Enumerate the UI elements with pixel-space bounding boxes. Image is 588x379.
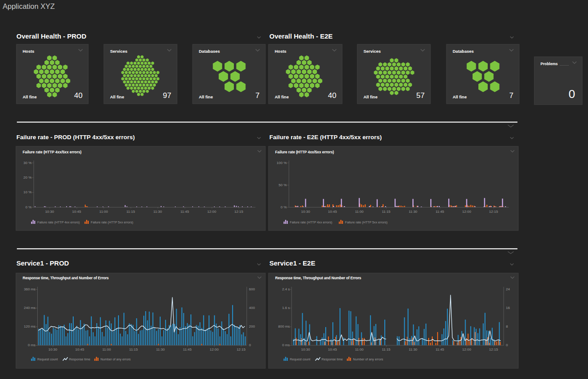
- svg-text:11:30: 11:30: [409, 348, 418, 352]
- svg-text:Response time, Throughput and: Response time, Throughput and Number of …: [275, 276, 361, 280]
- svg-text:0 %: 0 %: [280, 205, 287, 209]
- svg-text:11:15: 11:15: [126, 210, 135, 214]
- svg-text:12:15: 12:15: [237, 348, 246, 352]
- svg-text:100 %: 100 %: [276, 161, 287, 165]
- svg-text:800 ms: 800 ms: [278, 324, 290, 328]
- svg-text:2.4 s: 2.4 s: [282, 287, 290, 291]
- svg-text:10:45: 10:45: [72, 210, 82, 214]
- svg-text:200: 200: [249, 324, 255, 328]
- svg-text:1.6 s: 1.6 s: [282, 306, 290, 310]
- svg-text:11:00: 11:00: [102, 348, 111, 352]
- svg-text:Services: Services: [363, 49, 381, 54]
- svg-text:Service1 - E2E: Service1 - E2E: [269, 259, 315, 267]
- svg-text:Failure rate - PROD (HTTP 4xx/: Failure rate - PROD (HTTP 4xx/5xx errors…: [16, 134, 135, 141]
- svg-text:11:30: 11:30: [156, 348, 165, 352]
- svg-text:0: 0: [506, 343, 508, 347]
- svg-text:10:30: 10:30: [301, 210, 311, 214]
- svg-text:All fine: All fine: [363, 94, 378, 99]
- svg-text:10:30: 10:30: [45, 210, 55, 214]
- svg-text:All fine: All fine: [23, 94, 37, 99]
- svg-text:11:45: 11:45: [435, 348, 444, 352]
- svg-text:Request count: Request count: [37, 357, 58, 361]
- svg-text:All fine: All fine: [453, 94, 467, 99]
- svg-text:Failure rate (HTTP 4xx errors): Failure rate (HTTP 4xx errors): [37, 220, 80, 224]
- svg-text:Response time, Throughput and: Response time, Throughput and Number of …: [23, 276, 109, 280]
- svg-text:0 %: 0 %: [25, 205, 32, 209]
- svg-text:Application XYZ: Application XYZ: [3, 2, 55, 10]
- svg-text:600: 600: [249, 287, 255, 291]
- svg-text:8: 8: [506, 324, 508, 328]
- svg-text:Hosts: Hosts: [23, 49, 34, 54]
- svg-text:11:15: 11:15: [382, 210, 391, 214]
- svg-text:11:30: 11:30: [409, 210, 418, 214]
- svg-text:All fine: All fine: [275, 94, 289, 99]
- svg-text:11:45: 11:45: [435, 210, 444, 214]
- svg-text:50 %: 50 %: [279, 183, 287, 187]
- svg-text:0 ms: 0 ms: [282, 343, 290, 347]
- svg-text:7: 7: [256, 91, 260, 100]
- svg-text:97: 97: [163, 91, 171, 100]
- svg-text:Request count: Request count: [290, 357, 310, 361]
- svg-text:11:45: 11:45: [183, 348, 192, 352]
- svg-text:0: 0: [249, 343, 251, 347]
- svg-text:Response time: Response time: [322, 357, 343, 361]
- svg-text:12:00: 12:00: [462, 210, 472, 214]
- svg-text:12:00: 12:00: [207, 210, 217, 214]
- svg-text:Overall Health - PROD: Overall Health - PROD: [16, 32, 87, 40]
- svg-text:12:00: 12:00: [462, 348, 472, 352]
- svg-text:Failure rate (HTTP 4xx/5xx err: Failure rate (HTTP 4xx/5xx errors): [23, 150, 82, 154]
- svg-text:10:45: 10:45: [328, 210, 337, 214]
- svg-text:11:15: 11:15: [382, 348, 391, 352]
- svg-text:11:45: 11:45: [180, 210, 189, 214]
- svg-text:11:00: 11:00: [99, 210, 108, 214]
- svg-text:Services: Services: [110, 49, 127, 54]
- svg-text:12:15: 12:15: [489, 348, 498, 352]
- svg-text:360 ms: 360 ms: [24, 287, 36, 291]
- svg-text:7: 7: [509, 91, 513, 100]
- svg-text:Number of any errors: Number of any errors: [353, 357, 383, 361]
- svg-text:400: 400: [249, 306, 255, 310]
- svg-text:Databases: Databases: [199, 49, 220, 54]
- svg-text:11:15: 11:15: [129, 348, 138, 352]
- svg-text:12:15: 12:15: [489, 210, 498, 214]
- svg-text:10 %: 10 %: [24, 190, 32, 194]
- svg-text:Number of any errors: Number of any errors: [101, 357, 131, 361]
- svg-text:All fine: All fine: [199, 94, 213, 99]
- svg-text:Response time: Response time: [69, 357, 91, 361]
- svg-text:10:30: 10:30: [48, 348, 58, 352]
- svg-text:24: 24: [506, 287, 510, 291]
- svg-text:0: 0: [568, 87, 575, 101]
- svg-text:20 %: 20 %: [24, 176, 32, 180]
- svg-text:11:00: 11:00: [355, 348, 364, 352]
- svg-text:10:30: 10:30: [301, 348, 311, 352]
- svg-text:40: 40: [328, 91, 336, 100]
- svg-text:All fine: All fine: [110, 94, 124, 99]
- svg-text:12:15: 12:15: [234, 210, 244, 214]
- svg-text:11:30: 11:30: [154, 210, 162, 214]
- svg-text:40: 40: [74, 91, 83, 100]
- svg-text:Databases: Databases: [453, 49, 474, 54]
- svg-text:Failure rate (HTTP 5xx errors): Failure rate (HTTP 5xx errors): [91, 220, 134, 224]
- svg-text:12:00: 12:00: [210, 348, 219, 352]
- svg-text:Failure rate (HTTP 4xx/5xx err: Failure rate (HTTP 4xx/5xx errors): [275, 150, 334, 154]
- svg-text:10:45: 10:45: [75, 348, 85, 352]
- svg-text:57: 57: [416, 91, 425, 100]
- svg-text:240 ms: 240 ms: [24, 306, 36, 310]
- svg-text:11:00: 11:00: [355, 210, 364, 214]
- svg-text:30 %: 30 %: [24, 161, 32, 165]
- svg-text:Failure rate - E2E (HTTP 4xx/5: Failure rate - E2E (HTTP 4xx/5xx errors): [269, 134, 382, 141]
- svg-text:0 ms: 0 ms: [28, 343, 36, 347]
- svg-text:Failure rate (HTTP 5xx errors): Failure rate (HTTP 5xx errors): [345, 220, 388, 224]
- svg-text:Hosts: Hosts: [275, 49, 286, 54]
- svg-text:Service1 - PROD: Service1 - PROD: [16, 259, 69, 267]
- svg-text:Problems: Problems: [541, 62, 558, 66]
- svg-text:120 ms: 120 ms: [24, 324, 36, 328]
- svg-text:Failure rate (HTTP 4xx errors): Failure rate (HTTP 4xx errors): [290, 220, 332, 224]
- svg-text:10:45: 10:45: [328, 348, 337, 352]
- svg-text:16: 16: [506, 306, 510, 310]
- svg-text:Overall Health - E2E: Overall Health - E2E: [269, 32, 333, 40]
